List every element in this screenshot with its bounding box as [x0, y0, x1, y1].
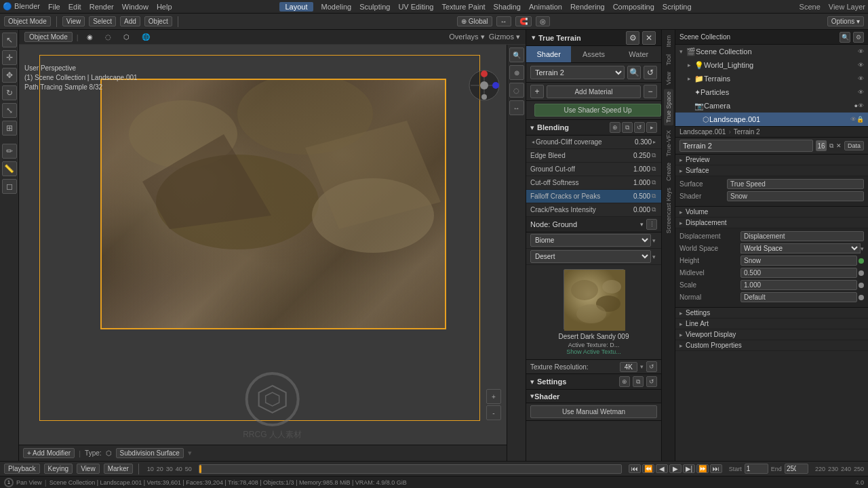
height-value[interactable]: Snow: [741, 256, 857, 266]
tree-eye-4[interactable]: 👁: [858, 102, 864, 109]
texture-thumbnail[interactable]: [564, 269, 625, 330]
cursor-tool-btn[interactable]: ✛: [2, 50, 17, 65]
settings-icon2[interactable]: ⧉: [633, 376, 644, 387]
tree-eye-5[interactable]: 👁: [850, 116, 856, 123]
tree-eye-1[interactable]: 👁: [858, 62, 864, 68]
viewport-mode-btn[interactable]: Object Mode: [24, 32, 73, 42]
shading-wire-btn[interactable]: ◌: [101, 33, 115, 41]
surface-detail-value[interactable]: True Speed: [727, 179, 864, 189]
start-frame-input[interactable]: [745, 464, 768, 474]
tab-assets[interactable]: Assets: [571, 46, 616, 62]
settings-row[interactable]: ▸ Settings: [675, 308, 868, 319]
play-btn[interactable]: ▶: [669, 464, 682, 473]
blending-icon3[interactable]: ↺: [634, 122, 645, 133]
side-tab-item[interactable]: Item: [664, 33, 673, 50]
node-icon1[interactable]: ⋮: [646, 219, 657, 230]
midlevel-value[interactable]: 0.500: [741, 268, 857, 278]
subdivision-surface-btn[interactable]: Subdivision Surface: [116, 448, 184, 458]
playback-btn[interactable]: Playback: [4, 464, 40, 474]
terrain2-name-input[interactable]: [679, 140, 813, 152]
custom-props-row[interactable]: ▸ Custom Properties: [675, 340, 868, 351]
overlay-btn[interactable]: Overlays ▾: [449, 33, 484, 41]
keying-btn[interactable]: Keying: [44, 464, 73, 474]
props-breadcrumb-t[interactable]: Terrain 2: [734, 128, 760, 136]
select-menu-btn[interactable]: Select: [89, 16, 116, 26]
viewport-area[interactable]: Object Mode | ◉ ◌ ⬡ 🌐 Overlays ▾ Gizmos …: [19, 30, 526, 461]
blending-icon1[interactable]: ⊕: [610, 122, 620, 133]
tab-texture-paint[interactable]: Texture Paint: [441, 3, 485, 11]
tt-collapse-icon[interactable]: ▾: [532, 33, 536, 42]
tree-landscape[interactable]: ⬡ Landscape.001 👁 🔒: [675, 113, 868, 126]
proportional-btn[interactable]: ◎: [536, 16, 550, 26]
side-tab-create[interactable]: Create: [664, 160, 673, 184]
tree-eye-0[interactable]: 👁: [858, 48, 864, 55]
tab-uv-editing[interactable]: UV Editing: [398, 3, 433, 11]
world-space-select[interactable]: World Space: [741, 243, 861, 253]
blending-icon4[interactable]: ▸: [646, 122, 657, 133]
preview-row[interactable]: ▸ Preview: [675, 155, 868, 165]
scale-value[interactable]: 1.000: [741, 280, 857, 290]
shading-rendered-btn[interactable]: 🌐: [138, 33, 154, 41]
tree-eye-2[interactable]: 👁: [858, 75, 864, 82]
annotate-btn[interactable]: ✏: [2, 144, 17, 159]
displacement-detail-value[interactable]: Displacement: [741, 231, 864, 241]
node-dropdown-btn[interactable]: ▾: [640, 221, 644, 228]
use-shader-btn[interactable]: Use Shader Speed Up: [534, 104, 661, 117]
select-tool-btn[interactable]: ↖: [2, 33, 17, 47]
add-modifier-btn[interactable]: + Add Modifier: [23, 448, 75, 458]
tree-scene-collection[interactable]: ▾ 🎬 Scene Collection 👁: [675, 45, 868, 58]
menu-blender[interactable]: 🔵 Blender: [3, 2, 40, 11]
scene-collection-settings-btn[interactable]: ⚙: [853, 32, 864, 43]
shading-material-btn[interactable]: ⬡: [119, 33, 134, 41]
rotate-tool-btn[interactable]: ↻: [2, 85, 17, 100]
terrain-browse-btn[interactable]: 🔍: [627, 66, 641, 79]
terrain2-remove-btn[interactable]: ✕: [836, 142, 842, 149]
viewport-r3[interactable]: ↔: [509, 100, 524, 115]
end-frame-input[interactable]: [785, 464, 808, 474]
remove-mat-btn[interactable]: −: [644, 85, 657, 98]
menu-help[interactable]: Help: [157, 3, 172, 11]
transform-tool-btn[interactable]: ⊞: [2, 121, 17, 136]
menu-file[interactable]: File: [48, 3, 60, 11]
tab-water[interactable]: Water: [616, 46, 661, 62]
viewport-gizmo[interactable]: [467, 68, 501, 102]
viewport-display-row[interactable]: ▸ Viewport Display: [675, 329, 868, 340]
desert-dropdown-icon[interactable]: ▾: [651, 253, 657, 260]
tab-animation[interactable]: Animation: [529, 3, 562, 11]
data-btn[interactable]: Data: [844, 141, 864, 150]
scale-tool-btn[interactable]: ⤡: [2, 103, 17, 118]
view-menu-btn[interactable]: View: [62, 16, 85, 26]
tab-shading[interactable]: Shading: [494, 3, 521, 11]
tab-sculpting[interactable]: Sculpting: [359, 3, 390, 11]
play-prev-btn[interactable]: ⏪: [642, 464, 654, 473]
surface-row[interactable]: ▸ Surface: [675, 165, 868, 176]
volume-row[interactable]: ▸ Volume: [675, 207, 868, 218]
prop-0-arrow-right[interactable]: ▸: [652, 139, 657, 145]
viewport-r2[interactable]: ◌: [509, 83, 524, 98]
shader-detail-value[interactable]: Snow: [727, 191, 864, 201]
tree-camera[interactable]: 📷 Camera ● 👁: [675, 99, 868, 113]
normal-value[interactable]: Default: [741, 292, 857, 302]
displacement-row-header[interactable]: ▸ Displacement: [675, 218, 868, 228]
side-tab-screencast[interactable]: Screencast Keys: [664, 185, 673, 237]
menu-render[interactable]: Render: [90, 3, 114, 11]
resolution-refresh-btn[interactable]: ↺: [646, 361, 657, 372]
zoom-out-btn[interactable]: -: [486, 405, 501, 420]
biome-select[interactable]: Biome: [530, 234, 651, 247]
add-cube-btn[interactable]: ◻: [2, 179, 17, 194]
tree-particles[interactable]: ✦ Particles 👁: [675, 85, 868, 99]
side-tab-view[interactable]: View: [664, 69, 673, 87]
show-active-texture-btn[interactable]: Show Active Textu...: [566, 348, 620, 355]
world-space-dropdown[interactable]: ▾: [861, 245, 864, 252]
blending-icon2[interactable]: ⧉: [622, 122, 633, 133]
move-tool-btn[interactable]: ✥: [2, 68, 17, 83]
use-manual-btn[interactable]: Use Manual Wetman: [530, 405, 657, 418]
tree-eye-3[interactable]: 👁: [858, 89, 864, 96]
object-menu-btn[interactable]: Object: [144, 16, 172, 26]
tree-terrains[interactable]: ▸ 📁 Terrains 👁: [675, 72, 868, 85]
global-btn[interactable]: ⊕ Global: [457, 16, 492, 26]
desert-select[interactable]: Desert: [530, 250, 651, 263]
blending-collapse-icon[interactable]: ▾: [530, 123, 534, 132]
settings-icon1[interactable]: ⊕: [619, 376, 630, 387]
play-last-btn[interactable]: ⏭: [710, 464, 722, 473]
